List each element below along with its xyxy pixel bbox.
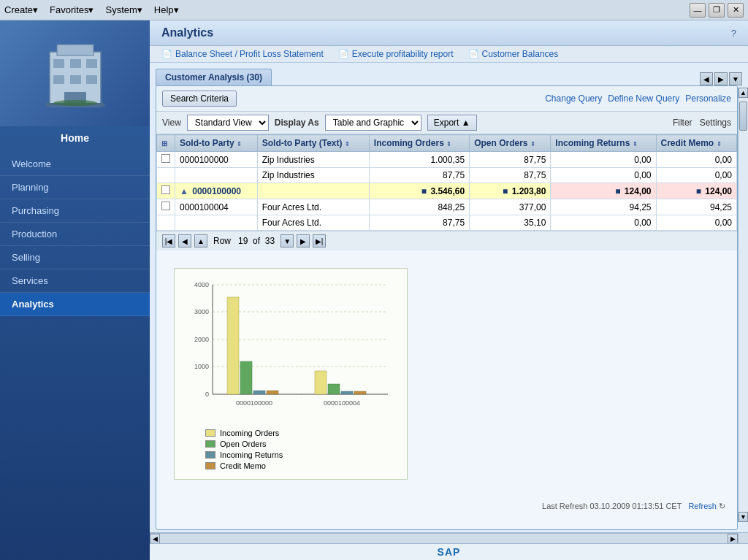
help-button[interactable]: ? <box>731 28 736 39</box>
bullet-4: ■ <box>696 186 701 196</box>
legend-color-incoming <box>205 429 215 437</box>
page-header: Analytics ? <box>150 20 748 46</box>
chart-container: 4000 3000 2000 1000 0 <box>174 268 408 480</box>
sort-icon-3[interactable]: ⇕ <box>446 141 451 147</box>
th-credit-memo[interactable]: Credit Memo ⇕ <box>656 135 736 152</box>
tab-nav-left[interactable]: ◀ <box>700 72 713 85</box>
view-label: View <box>162 118 181 128</box>
link-balance-sheet[interactable]: 📄 Balance Sheet / Profit Loss Statement <box>161 49 324 59</box>
svg-rect-26 <box>267 391 278 394</box>
scroll-thumb[interactable] <box>739 101 747 131</box>
table-settings-icon[interactable]: ⊞ <box>161 139 167 147</box>
toolbar-left: Search Criteria <box>162 91 237 107</box>
display-as-select[interactable]: Table and Graphic <box>325 115 421 131</box>
sidebar-home-label[interactable]: Home <box>0 126 150 150</box>
view-select[interactable]: Standard View <box>187 115 269 131</box>
sidebar-item-planning[interactable]: Planning <box>0 176 150 199</box>
building-icon <box>42 37 108 110</box>
row-checkbox-3[interactable] <box>161 185 170 194</box>
scroll-up-btn[interactable]: ▲ <box>739 88 748 98</box>
minimize-button[interactable]: — <box>690 3 706 18</box>
th-incoming-orders[interactable]: Incoming Orders ⇕ <box>369 135 469 152</box>
link-profitability[interactable]: 📄 Execute profitability report <box>338 49 454 59</box>
scroll-left-btn[interactable]: ◀ <box>150 534 160 544</box>
cell-returns-5: 0,00 <box>551 215 656 231</box>
menu-favorites[interactable]: Favorites▾ <box>50 4 94 15</box>
page-next-btn[interactable]: ▶ <box>297 234 310 248</box>
legend-label-open: Open Orders <box>220 440 267 448</box>
svg-rect-28 <box>328 384 340 394</box>
legend-item-returns: Incoming Returns <box>205 450 398 459</box>
tab-nav-menu[interactable]: ▼ <box>729 72 742 85</box>
menu-system[interactable]: System▾ <box>106 4 142 15</box>
bottom-bar: ◀ ▶ <box>150 532 748 543</box>
expand-icon[interactable]: ▲ <box>180 186 188 196</box>
display-as-label: Display As <box>275 118 319 128</box>
scroll-track <box>739 98 748 512</box>
svg-rect-2 <box>53 59 64 68</box>
cell-credit-1: 0,00 <box>656 152 736 168</box>
maximize-button[interactable]: ❐ <box>709 3 725 18</box>
sort-icon-1[interactable]: ⇕ <box>237 141 242 147</box>
sidebar-item-production[interactable]: Production <box>0 223 150 246</box>
menu-create[interactable]: Create▾ <box>4 4 38 15</box>
sap-logo: SAP <box>150 543 748 560</box>
page-down-btn[interactable]: ▼ <box>280 234 294 248</box>
legend-color-credit <box>205 462 215 469</box>
sidebar-item-selling[interactable]: Selling <box>0 246 150 269</box>
sidebar-item-services[interactable]: Services <box>0 269 150 293</box>
sort-icon-2[interactable]: ⇕ <box>345 141 350 147</box>
cell-credit-2: 0,00 <box>656 168 736 183</box>
row-checkbox-4[interactable] <box>161 202 170 210</box>
th-sold-to-party-text[interactable]: Sold-to Party (Text) ⇕ <box>257 135 369 152</box>
sidebar-item-analytics[interactable]: Analytics <box>0 293 150 316</box>
sort-icon-6[interactable]: ⇕ <box>717 141 722 147</box>
chart-section: 4000 3000 2000 1000 0 <box>156 250 737 497</box>
table-row: Zip Industries 87,75 87,75 0,00 0,00 <box>157 168 737 183</box>
close-button[interactable]: ✕ <box>728 3 744 18</box>
filter-label[interactable]: Filter <box>673 118 692 128</box>
page-up-btn[interactable]: ▲ <box>194 234 207 248</box>
customer-analysis-tab[interactable]: Customer Analysis (30) <box>156 69 272 85</box>
cell-party-4: 0000100004 <box>175 199 258 215</box>
cell-returns-3: ■ 124,00 <box>551 183 656 199</box>
svg-rect-5 <box>53 75 64 84</box>
tab-row: Customer Analysis (30) ◀ ▶ ▼ <box>150 63 748 85</box>
search-criteria-button[interactable]: Search Criteria <box>162 91 237 107</box>
content-area: Analytics ? 📄 Balance Sheet / Profit Los… <box>150 20 748 560</box>
th-open-orders[interactable]: Open Orders ⇕ <box>470 135 551 152</box>
personalize-link[interactable]: Personalize <box>685 93 731 104</box>
page-first-btn[interactable]: |◀ <box>162 234 175 248</box>
page-prev-btn[interactable]: ◀ <box>178 234 191 248</box>
sidebar-item-welcome[interactable]: Welcome <box>0 153 150 176</box>
scroll-right-btn[interactable]: ▶ <box>728 534 738 544</box>
svg-rect-25 <box>253 391 265 394</box>
tab-nav-right[interactable]: ▶ <box>714 72 728 85</box>
main-layout: Home Welcome Planning Purchasing Product… <box>0 20 748 560</box>
sort-icon-4[interactable]: ⇕ <box>530 141 535 147</box>
page-last-btn[interactable]: ▶| <box>313 234 326 248</box>
sort-icon-5[interactable]: ⇕ <box>633 141 638 147</box>
cell-open-5: 35,10 <box>470 215 551 231</box>
menu-bar: Create▾ Favorites▾ System▾ Help▾ — ❐ ✕ <box>0 0 748 20</box>
cell-incoming-4: 848,25 <box>369 199 469 215</box>
svg-rect-7 <box>86 75 97 84</box>
link-customer-balances[interactable]: 📄 Customer Balances <box>468 49 559 59</box>
menu-help[interactable]: Help▾ <box>154 4 179 15</box>
settings-label[interactable]: Settings <box>700 118 731 128</box>
row-checkbox-1[interactable] <box>161 154 170 163</box>
refresh-link[interactable]: Refresh <box>688 502 717 510</box>
th-sold-to-party[interactable]: Sold-to Party ⇕ <box>175 135 258 152</box>
export-button[interactable]: Export ▲ <box>427 115 477 131</box>
th-incoming-returns[interactable]: Incoming Returns ⇕ <box>551 135 656 152</box>
status-bar: Last Refresh 03.10.2009 01:13:51 CET Ref… <box>156 497 737 515</box>
legend-color-open <box>205 440 215 448</box>
scroll-down-btn[interactable]: ▼ <box>739 512 748 522</box>
change-query-link[interactable]: Change Query <box>545 93 602 104</box>
legend-item-incoming-orders: Incoming Orders <box>205 429 398 437</box>
legend-label-credit: Credit Memo <box>220 461 266 470</box>
sidebar-item-purchasing[interactable]: Purchasing <box>0 199 150 223</box>
vertical-scrollbar: ▲ ▼ <box>738 88 748 522</box>
main-panel: Search Criteria Change Query Define New … <box>156 85 738 530</box>
define-new-query-link[interactable]: Define New Query <box>608 93 679 104</box>
